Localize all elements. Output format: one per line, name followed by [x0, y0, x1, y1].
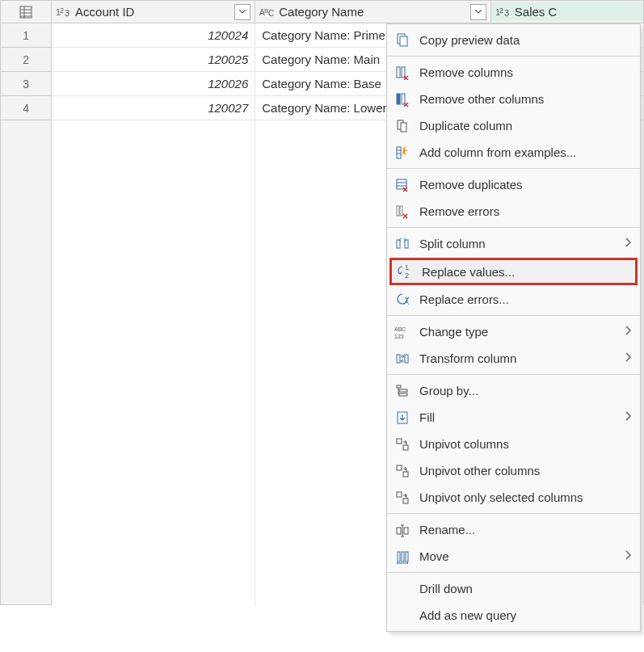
- svg-rect-50: [404, 528, 408, 534]
- svg-rect-37: [397, 355, 400, 363]
- replace-errors-icon: A: [394, 291, 411, 309]
- change-type-icon: ABC123: [394, 323, 411, 341]
- svg-rect-41: [399, 393, 407, 396]
- svg-rect-16: [397, 67, 400, 78]
- column-name: Sales C: [515, 5, 639, 19]
- menu-duplicate-column[interactable]: Duplicate column: [387, 112, 640, 139]
- header-row: 1 2 3 Account ID A: [1, 1, 644, 23]
- svg-rect-55: [402, 552, 404, 562]
- svg-rect-48: [403, 498, 408, 503]
- svg-text:C: C: [268, 9, 274, 18]
- menu-add-as-new-query[interactable]: Add as new query: [387, 602, 640, 629]
- add-column-examples-icon: [394, 144, 411, 162]
- menu-unpivot-selected-columns[interactable]: Unpivot only selected columns: [387, 484, 640, 511]
- unpivot-selected-icon: [394, 489, 411, 507]
- remove-other-columns-icon: [394, 90, 411, 108]
- svg-text:3: 3: [65, 8, 69, 18]
- svg-rect-22: [397, 147, 401, 158]
- number-type-icon: 1 2 3: [56, 6, 72, 18]
- group-by-icon: [394, 382, 411, 400]
- menu-fill[interactable]: Fill: [387, 404, 640, 431]
- context-menu: Copy preview data Remove columns Remove …: [386, 23, 641, 632]
- column-name: Category Name: [279, 5, 467, 19]
- menu-copy-preview-data[interactable]: Copy preview data: [387, 27, 640, 53]
- menu-rename[interactable]: Rename...: [387, 516, 640, 543]
- svg-rect-28: [397, 206, 399, 216]
- submenu-arrow-icon: [625, 550, 632, 562]
- svg-rect-38: [405, 355, 408, 363]
- submenu-arrow-icon: [625, 352, 632, 364]
- split-column-icon: [394, 235, 411, 253]
- svg-rect-21: [401, 123, 406, 132]
- submenu-arrow-icon: [625, 238, 632, 250]
- submenu-arrow-icon: [625, 411, 632, 423]
- cell-account-id[interactable]: 120025: [52, 48, 255, 72]
- cell-account-id[interactable]: 120024: [52, 23, 255, 48]
- svg-text:2: 2: [405, 271, 409, 279]
- column-header-category-name[interactable]: A B C Category Name: [255, 1, 491, 23]
- duplicate-column-icon: [394, 117, 411, 135]
- text-type-icon: A B C: [259, 6, 276, 18]
- empty-icon: [394, 580, 411, 598]
- menu-separator: [387, 374, 640, 375]
- column-filter-button[interactable]: [470, 4, 486, 20]
- svg-rect-31: [405, 240, 408, 248]
- svg-rect-54: [398, 552, 400, 562]
- row-number[interactable]: 3: [1, 72, 52, 96]
- svg-rect-47: [397, 492, 402, 497]
- svg-rect-15: [400, 36, 407, 46]
- menu-move[interactable]: Move: [387, 543, 640, 570]
- svg-rect-18: [397, 94, 400, 104]
- transform-column-icon: [394, 350, 411, 368]
- svg-text:ABC: ABC: [394, 326, 406, 332]
- cell-account-id[interactable]: 120026: [52, 72, 255, 96]
- menu-replace-values[interactable]: 12 Replace values...: [389, 258, 638, 285]
- menu-separator: [387, 572, 640, 573]
- move-icon: [394, 548, 411, 566]
- fill-icon: [394, 409, 411, 427]
- svg-text:123: 123: [394, 334, 404, 339]
- svg-rect-39: [397, 385, 401, 388]
- row-number[interactable]: 4: [1, 96, 52, 120]
- submenu-arrow-icon: [625, 326, 632, 338]
- menu-remove-other-columns[interactable]: Remove other columns: [387, 86, 640, 112]
- menu-group-by[interactable]: Group by...: [387, 377, 640, 404]
- svg-rect-25: [397, 179, 406, 189]
- menu-remove-duplicates[interactable]: Remove duplicates: [387, 171, 640, 198]
- menu-split-column[interactable]: Split column: [387, 230, 640, 257]
- cell-account-id[interactable]: 120027: [52, 96, 255, 120]
- menu-unpivot-columns[interactable]: Unpivot columns: [387, 431, 640, 457]
- svg-text:A: A: [404, 298, 409, 306]
- svg-rect-49: [397, 528, 401, 534]
- svg-rect-46: [403, 472, 408, 477]
- menu-separator: [387, 56, 640, 57]
- menu-remove-columns[interactable]: Remove columns: [387, 59, 640, 86]
- menu-unpivot-other-columns[interactable]: Unpivot other columns: [387, 457, 640, 484]
- svg-rect-45: [397, 465, 402, 470]
- menu-transform-column[interactable]: Transform column: [387, 345, 640, 372]
- corner-cell[interactable]: [1, 1, 52, 23]
- menu-add-column-from-examples[interactable]: Add column from examples...: [387, 139, 640, 166]
- column-header-account-id[interactable]: 1 2 3 Account ID: [52, 1, 255, 23]
- column-filter-button[interactable]: [234, 4, 250, 20]
- row-number[interactable]: 1: [1, 23, 52, 48]
- svg-text:2: 2: [60, 6, 64, 15]
- svg-text:3: 3: [504, 8, 509, 18]
- menu-change-type[interactable]: ABC123 Change type: [387, 318, 640, 345]
- svg-rect-43: [397, 439, 402, 444]
- menu-drill-down[interactable]: Drill down: [387, 575, 640, 602]
- column-header-sales[interactable]: 1 2 3 Sales C: [490, 1, 643, 23]
- copy-icon: [394, 32, 411, 49]
- svg-rect-29: [400, 206, 402, 216]
- svg-rect-56: [406, 552, 408, 562]
- unpivot-columns-icon: [394, 435, 411, 453]
- svg-rect-44: [403, 445, 408, 450]
- menu-separator: [387, 227, 640, 228]
- menu-replace-errors[interactable]: A Replace errors...: [387, 286, 640, 313]
- unpivot-other-columns-icon: [394, 462, 411, 480]
- menu-remove-errors[interactable]: Remove errors: [387, 198, 640, 225]
- empty-icon: [394, 607, 411, 625]
- remove-duplicates-icon: [394, 176, 411, 194]
- row-number[interactable]: 2: [1, 48, 52, 72]
- column-name: Account ID: [75, 5, 231, 19]
